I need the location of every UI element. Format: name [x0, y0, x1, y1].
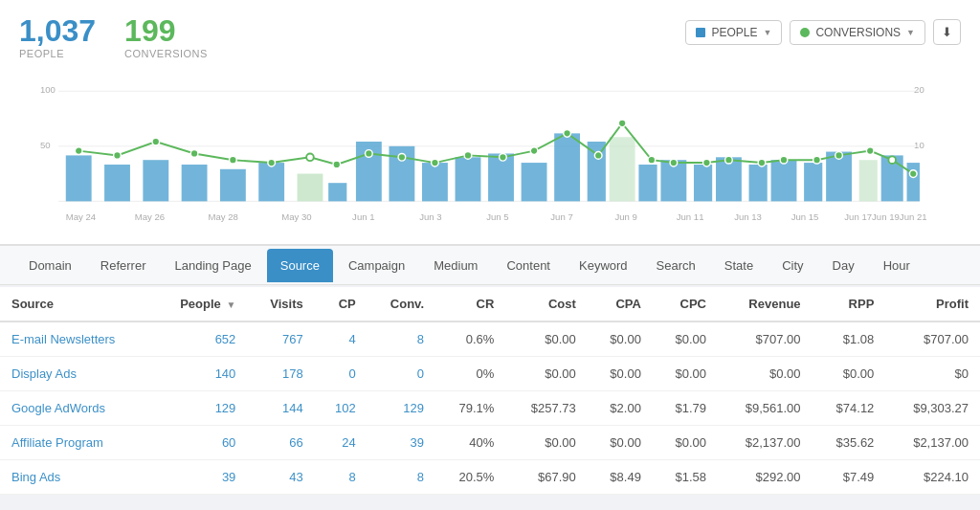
col-revenue[interactable]: Revenue	[718, 287, 813, 322]
download-button[interactable]: ⬇	[933, 19, 961, 45]
tab-keyword[interactable]: Keyword	[566, 249, 641, 282]
svg-text:May 24: May 24	[66, 211, 97, 222]
people-label: PEOPLE	[19, 48, 96, 59]
cell-conv: 39	[368, 426, 435, 460]
cell-profit: $707.00	[885, 322, 980, 357]
cell-source[interactable]: Bing Ads	[0, 460, 152, 495]
cell-cr: 0%	[435, 357, 505, 391]
svg-text:Jun 1: Jun 1	[352, 211, 374, 222]
svg-text:Jun 15: Jun 15	[791, 211, 819, 222]
cell-people: 129	[152, 391, 247, 426]
cell-rpp: $0.00	[813, 357, 886, 391]
col-people[interactable]: People ▼	[152, 287, 247, 322]
bar	[638, 165, 657, 201]
bar	[694, 165, 712, 201]
svg-text:May 30: May 30	[281, 211, 311, 222]
tab-campaign[interactable]: Campaign	[335, 249, 418, 282]
tab-medium[interactable]: Medium	[420, 249, 491, 282]
conversions-dropdown[interactable]: CONVERSIONS ▼	[790, 20, 925, 45]
cell-revenue: $0.00	[718, 357, 813, 391]
col-cpc[interactable]: CPC	[653, 287, 718, 322]
cell-source[interactable]: Affiliate Program	[0, 426, 152, 460]
bar	[182, 165, 208, 201]
svg-text:100: 100	[40, 84, 56, 95]
bar	[749, 165, 768, 201]
cell-source[interactable]: E-mail Newsletters	[0, 322, 152, 357]
chart-area: 100 50 20 10	[19, 67, 961, 244]
line-dot	[398, 153, 406, 161]
cell-profit: $0	[885, 357, 980, 391]
line-dot	[703, 159, 711, 166]
line-dot	[648, 156, 656, 164]
col-cpa[interactable]: CPA	[588, 287, 653, 322]
tab-search[interactable]: Search	[643, 249, 709, 282]
table-row: Display Ads 140 178 0 0 0% $0.00 $0.00 $…	[0, 357, 980, 391]
line-dot	[888, 156, 896, 164]
line-dot	[230, 156, 237, 164]
cell-conv: 0	[368, 357, 435, 391]
col-cost[interactable]: Cost	[505, 287, 588, 322]
conversions-btn-label: CONVERSIONS	[815, 26, 901, 39]
col-cr[interactable]: CR	[435, 287, 505, 322]
download-icon: ⬇	[942, 25, 952, 39]
data-table: Source People ▼ Visits CP Conv. CR Cost …	[0, 287, 980, 495]
line-dot	[813, 156, 821, 164]
line-dot	[333, 161, 341, 168]
col-conv[interactable]: Conv.	[368, 287, 435, 322]
cell-cost: $257.73	[505, 391, 588, 426]
cell-revenue: $292.00	[718, 460, 813, 495]
cell-cost: $0.00	[505, 426, 588, 460]
col-profit[interactable]: Profit	[885, 287, 980, 322]
tab-landing-page[interactable]: Landing Page	[161, 249, 264, 282]
bar	[143, 160, 168, 201]
cell-cpc: $1.79	[653, 391, 718, 426]
bar	[554, 133, 580, 201]
cell-cpc: $0.00	[653, 322, 718, 357]
line-dot	[670, 159, 678, 166]
cell-source[interactable]: Display Ads	[0, 357, 152, 391]
people-value: 1,037	[19, 15, 96, 46]
cell-cr: 0.6%	[435, 322, 505, 357]
conversions-value: 199	[124, 15, 208, 46]
cell-people: 140	[152, 357, 247, 391]
tab-source[interactable]: Source	[267, 249, 333, 282]
svg-text:Jun 19: Jun 19	[872, 211, 900, 222]
tab-day[interactable]: Day	[819, 249, 868, 282]
cell-cp: 4	[315, 322, 368, 357]
line-dot	[190, 150, 198, 158]
tab-state[interactable]: State	[711, 249, 767, 282]
cell-source[interactable]: Google AdWords	[0, 391, 152, 426]
header-card: 1,037 PEOPLE 199 CONVERSIONS PEOPLE ▼ CO…	[0, 0, 980, 245]
cell-cr: 20.5%	[435, 460, 505, 495]
svg-text:50: 50	[40, 140, 51, 150]
tab-domain[interactable]: Domain	[15, 249, 85, 282]
people-dropdown[interactable]: PEOPLE ▼	[685, 20, 782, 45]
tab-content[interactable]: Content	[493, 249, 564, 282]
cell-cr: 79.1%	[435, 391, 505, 426]
bar	[258, 163, 284, 201]
tab-referrer[interactable]: Referrer	[87, 249, 160, 282]
line-dot	[464, 152, 472, 160]
bar	[522, 163, 547, 201]
cell-cpa: $8.49	[588, 460, 653, 495]
tab-hour[interactable]: Hour	[870, 249, 924, 282]
col-source[interactable]: Source	[0, 287, 152, 322]
cell-cp: 102	[315, 391, 368, 426]
cell-cpc: $1.58	[653, 460, 718, 495]
cell-rpp: $1.08	[813, 322, 886, 357]
col-visits[interactable]: Visits	[247, 287, 314, 322]
cell-profit: $9,303.27	[885, 391, 980, 426]
line-dot	[758, 159, 766, 166]
cell-profit: $224.10	[885, 460, 980, 495]
line-dot	[114, 152, 122, 160]
col-rpp[interactable]: RPP	[813, 287, 886, 322]
tab-city[interactable]: City	[768, 249, 816, 282]
bar	[859, 160, 878, 201]
line-dot	[152, 138, 160, 145]
people-metric: 1,037 PEOPLE	[19, 15, 96, 59]
page: 1,037 PEOPLE 199 CONVERSIONS PEOPLE ▼ CO…	[0, 0, 980, 510]
cell-conv: 129	[368, 391, 435, 426]
col-cp[interactable]: CP	[315, 287, 368, 322]
conversions-metric: 199 CONVERSIONS	[124, 15, 208, 59]
bar	[104, 165, 130, 201]
